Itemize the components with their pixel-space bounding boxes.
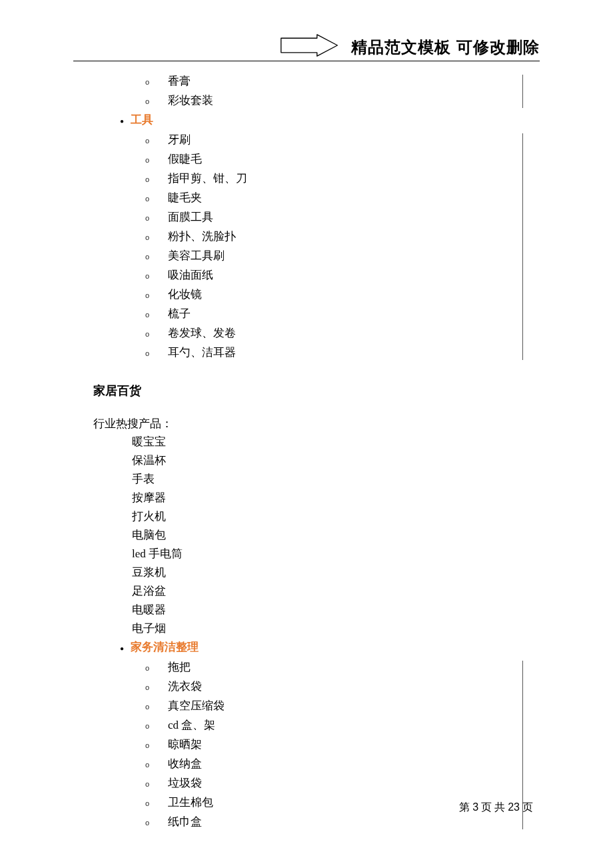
tools-sublist: o牙刷 o假睫毛 o指甲剪、钳、刀 o睫毛夹 o面膜工具 o粉扑、洗脸扑 o美容…	[93, 131, 523, 363]
circle-bullet-icon: o	[145, 267, 168, 285]
item-text: 粉扑、洗脸扑	[168, 227, 236, 246]
item-text: 牙刷	[168, 131, 191, 149]
list-item: led 手电筒	[132, 545, 523, 563]
list-item: o化妆镜	[145, 285, 523, 305]
circle-bullet-icon: o	[145, 794, 168, 813]
item-text: 垃圾袋	[168, 774, 202, 793]
footer-mid: 页 共	[481, 801, 505, 813]
list-item: o面膜工具	[145, 208, 523, 227]
circle-bullet-icon: o	[145, 678, 168, 697]
list-item: 按摩器	[132, 489, 523, 507]
list-item: 豆浆机	[132, 563, 523, 582]
circle-bullet-icon: o	[145, 92, 168, 111]
list-item: o牙刷	[145, 131, 523, 150]
circle-bullet-icon: o	[145, 717, 168, 735]
disc-bullet-icon: ●	[113, 639, 131, 658]
header-title: 精品范文模板 可修改删除	[346, 37, 540, 58]
item-text: 彩妆套装	[168, 91, 213, 110]
circle-bullet-icon: o	[145, 286, 168, 305]
item-text: cd 盒、架	[168, 716, 215, 735]
item-text: 指甲剪、钳、刀	[168, 169, 247, 188]
circle-bullet-icon: o	[145, 228, 168, 247]
disc-bullet-icon: ●	[113, 112, 131, 131]
category-row-tools: ● 工具	[93, 111, 523, 131]
list-item: o美容工具刷	[145, 247, 523, 266]
item-text: 假睫毛	[168, 150, 202, 169]
item-text: 吸油面纸	[168, 266, 213, 285]
header-rule	[73, 61, 540, 61]
list-item: o纸巾盒	[145, 813, 523, 832]
list-item: 电暖器	[132, 601, 523, 619]
category-row-cleaning: ● 家务清洁整理	[93, 638, 523, 658]
item-text: 真空压缩袋	[168, 697, 225, 715]
document-body: o香膏 o彩妆套装 ● 工具 o牙刷 o假睫毛 o指甲剪、钳、刀 o睫毛夹 o面…	[93, 72, 523, 832]
item-text: 美容工具刷	[168, 247, 225, 265]
list-item: o拖把	[145, 658, 523, 677]
list-item: o卷发球、发卷	[145, 324, 523, 343]
circle-bullet-icon: o	[145, 344, 168, 363]
footer-suffix: 页	[522, 801, 533, 813]
list-item: 保温杯	[132, 451, 523, 470]
item-text: 面膜工具	[168, 208, 213, 227]
category-label: 工具	[131, 111, 153, 129]
circle-bullet-icon: o	[145, 775, 168, 793]
circle-bullet-icon: o	[145, 131, 168, 150]
footer-prefix: 第	[459, 801, 470, 813]
circle-bullet-icon: o	[145, 755, 168, 774]
list-item: o指甲剪、钳、刀	[145, 169, 523, 189]
item-text: 收纳盒	[168, 755, 202, 773]
item-text: 耳勺、洁耳器	[168, 343, 236, 362]
list-item: o粉扑、洗脸扑	[145, 227, 523, 247]
intro-sublist: o香膏 o彩妆套装	[93, 72, 523, 111]
list-item: o真空压缩袋	[145, 697, 523, 716]
list-item: ocd 盒、架	[145, 716, 523, 735]
list-item: o梳子	[145, 305, 523, 324]
hot-products-list: 暖宝宝 保温杯 手表 按摩器 打火机 电脑包 led 手电筒 豆浆机 足浴盆 电…	[93, 433, 523, 638]
circle-bullet-icon: o	[145, 325, 168, 343]
list-item: o睫毛夹	[145, 189, 523, 208]
list-item: o彩妆套装	[145, 91, 523, 111]
section-heading-home: 家居百货	[93, 383, 523, 399]
circle-bullet-icon: o	[145, 697, 168, 716]
footer-page-total: 23	[508, 801, 520, 813]
list-item: 打火机	[132, 507, 523, 526]
arrow-icon	[280, 33, 340, 57]
list-item: o耳勺、洁耳器	[145, 343, 523, 363]
circle-bullet-icon: o	[145, 151, 168, 169]
circle-bullet-icon: o	[145, 170, 168, 189]
cleaning-sublist: o拖把 o洗衣袋 o真空压缩袋 ocd 盒、架 o晾晒架 o收纳盒 o垃圾袋 o…	[93, 658, 523, 832]
circle-bullet-icon: o	[145, 813, 168, 832]
circle-bullet-icon: o	[145, 209, 168, 227]
item-text: 卷发球、发卷	[168, 324, 236, 343]
page-footer: 第 3 页 共 23 页	[459, 801, 533, 815]
list-item: 电脑包	[132, 526, 523, 545]
item-text: 晾晒架	[168, 735, 202, 754]
item-text: 拖把	[168, 658, 191, 677]
item-text: 睫毛夹	[168, 189, 202, 207]
footer-page-current: 3	[472, 801, 478, 813]
list-item: o收纳盒	[145, 755, 523, 774]
list-item: o垃圾袋	[145, 774, 523, 793]
item-text: 纸巾盒	[168, 813, 202, 831]
item-text: 香膏	[168, 72, 191, 91]
list-item: 暖宝宝	[132, 433, 523, 451]
circle-bullet-icon: o	[145, 247, 168, 266]
list-item: o假睫毛	[145, 150, 523, 169]
item-text: 卫生棉包	[168, 793, 213, 812]
circle-bullet-icon: o	[145, 189, 168, 208]
list-item: 电子烟	[132, 619, 523, 638]
circle-bullet-icon: o	[145, 305, 168, 324]
list-item: o晾晒架	[145, 735, 523, 755]
list-item: o吸油面纸	[145, 266, 523, 285]
list-item: 手表	[132, 470, 523, 489]
list-item: o香膏	[145, 72, 523, 91]
list-item: o洗衣袋	[145, 677, 523, 697]
item-text: 洗衣袋	[168, 677, 202, 696]
list-item: 足浴盆	[132, 582, 523, 601]
category-label: 家务清洁整理	[131, 638, 199, 657]
circle-bullet-icon: o	[145, 73, 168, 91]
circle-bullet-icon: o	[145, 659, 168, 677]
circle-bullet-icon: o	[145, 736, 168, 755]
item-text: 化妆镜	[168, 285, 202, 304]
hot-products-label: 行业热搜产品：	[93, 416, 523, 431]
